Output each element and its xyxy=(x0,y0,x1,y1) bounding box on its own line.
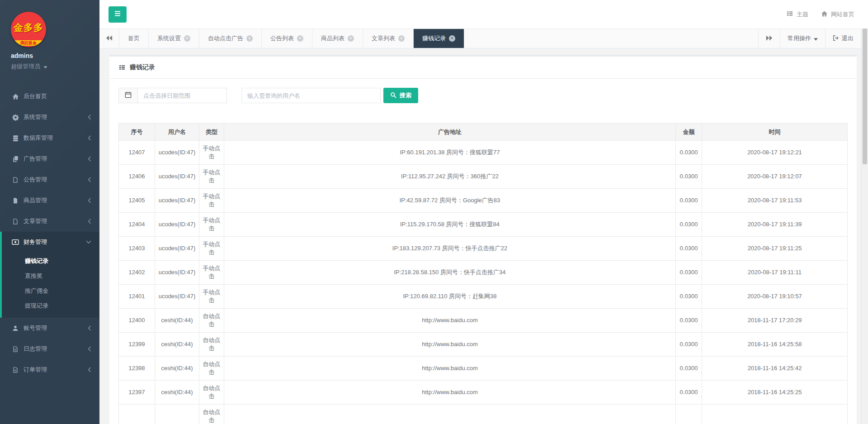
table-header-cell: 金额 xyxy=(676,124,702,141)
logout-button[interactable]: 退出 xyxy=(825,29,861,48)
table-cell: 2020-08-17 19:11:39 xyxy=(702,213,848,237)
table-cell: 0.0300 xyxy=(676,333,702,357)
tab-close-icon[interactable]: × xyxy=(297,35,303,42)
home-icon xyxy=(821,10,828,19)
copy-icon xyxy=(11,156,19,162)
sidebar-subitem[interactable]: 直推奖 xyxy=(2,268,99,283)
table-cell: IP:60.191.201.38 房间号：搜狐联盟77 xyxy=(224,141,676,165)
tab-item[interactable]: 自动点击广告× xyxy=(199,29,262,48)
window-scrollbar[interactable] xyxy=(861,29,868,424)
sidebar-item-label: 后台首页 xyxy=(24,92,47,100)
brand-logo-banner: 疯狂吸金 xyxy=(11,40,46,46)
tab-close-icon[interactable]: × xyxy=(246,35,253,42)
home-icon xyxy=(11,93,19,100)
search-button[interactable]: 搜索 xyxy=(383,88,418,103)
table-cell: ucodes(ID:47) xyxy=(155,213,199,237)
sidebar-subitem[interactable]: 提现记录 xyxy=(2,298,99,313)
sidebar-item-label: 财务管理 xyxy=(24,238,47,246)
common-actions-dropdown[interactable]: 常用操作 xyxy=(780,29,825,48)
user-role-dropdown[interactable]: 超级管理员 xyxy=(11,62,99,71)
tab-item[interactable]: 首页 xyxy=(119,29,149,48)
calendar-addon[interactable] xyxy=(118,88,137,103)
th-list-icon xyxy=(118,64,126,71)
tab-item[interactable]: 文章列表× xyxy=(363,29,414,48)
tab-label: 赚钱记录 xyxy=(422,34,446,43)
table-cell xyxy=(224,405,676,424)
tab-label: 自动点击广告 xyxy=(208,34,243,43)
table-cell: IP:120.69.82.110 房间号：赶集网38 xyxy=(224,285,676,309)
table-cell: 12402 xyxy=(119,261,155,285)
tab-item[interactable]: 商品列表× xyxy=(312,29,363,48)
sidebar-subitem[interactable]: 赚钱记录 xyxy=(2,253,99,268)
sidebar-item-goods[interactable]: 商品管理 xyxy=(0,190,99,211)
tab-close-icon[interactable]: × xyxy=(184,35,190,42)
scrollbar-thumb[interactable] xyxy=(863,29,867,164)
logout-label: 退出 xyxy=(842,34,854,43)
sidebar-toggle-button[interactable] xyxy=(108,6,127,23)
table-cell: ceshi(ID:44) xyxy=(155,381,199,405)
page-root: 金多多 疯狂吸金 admins 超级管理员 后台首页系统管理数据库管理广告管理公… xyxy=(0,0,868,424)
table-cell: 自动点击 xyxy=(199,405,224,424)
chevron-left-icon xyxy=(88,346,91,352)
table-cell: ceshi(ID:44) xyxy=(155,333,199,357)
table-cell: IP:112.95.27.242 房间号：360推广22 xyxy=(224,165,676,189)
table-cell: 0.0300 xyxy=(676,213,702,237)
table-row: 12403ucodes(ID:47)手动点击IP:183.129.207.73 … xyxy=(119,237,848,261)
tab-item[interactable]: 系统设置× xyxy=(149,29,199,48)
sidebar-item-label: 商品管理 xyxy=(24,196,47,205)
brand-logo: 金多多 疯狂吸金 xyxy=(11,12,46,47)
sidebar-item-account[interactable]: 账号管理 xyxy=(0,318,99,338)
sidebar-item-ads[interactable]: 广告管理 xyxy=(0,148,99,169)
tabs-scroll-right-button[interactable] xyxy=(758,29,780,48)
tab-close-icon[interactable]: × xyxy=(348,35,354,42)
table-cell: 12400 xyxy=(119,309,155,333)
table-row: 12397ceshi(ID:44)自动点击http://www.baidu.co… xyxy=(119,381,848,405)
table-row: 12402ucodes(ID:47)手动点击IP:218.28.58.150 房… xyxy=(119,261,848,285)
date-range-input[interactable] xyxy=(137,88,227,103)
site-home-link[interactable]: 网站首页 xyxy=(821,10,854,19)
table-cell: 自动点击 xyxy=(199,381,224,405)
sidebar-subitem[interactable]: 推广佣金 xyxy=(2,283,99,298)
sidebar-item-finance[interactable]: 财务管理 xyxy=(2,232,99,252)
tab-label: 文章列表 xyxy=(372,34,395,43)
table-cell: http://www.baidu.com xyxy=(224,333,676,357)
table-cell: 0.0300 xyxy=(676,381,702,405)
sidebar: 金多多 疯狂吸金 admins 超级管理员 后台首页系统管理数据库管理广告管理公… xyxy=(0,0,99,424)
sidebar-item-dashboard[interactable]: 后台首页 xyxy=(0,86,99,107)
table-header-cell: 用户名 xyxy=(155,124,199,141)
sidebar-item-database[interactable]: 数据库管理 xyxy=(0,128,99,148)
site-home-label: 网站首页 xyxy=(831,10,854,19)
table-cell: ucodes(ID:47) xyxy=(155,165,199,189)
username-search-input[interactable] xyxy=(241,88,381,103)
table-row: 自动点击 xyxy=(119,405,848,424)
tab-close-icon[interactable]: × xyxy=(398,35,405,42)
sidebar-item-log[interactable]: 日志管理 xyxy=(0,338,99,359)
money-icon xyxy=(11,239,19,245)
chevron-left-icon xyxy=(88,325,91,331)
table-header-cell: 时间 xyxy=(702,124,848,141)
date-range-group xyxy=(118,88,227,103)
table-cell: IP:218.28.58.150 房间号：快手点击推广34 xyxy=(224,261,676,285)
theme-button[interactable]: 主题 xyxy=(786,10,808,19)
file-text-icon xyxy=(11,367,19,373)
tab-close-icon[interactable]: × xyxy=(449,35,455,42)
table-cell: ucodes(ID:47) xyxy=(155,285,199,309)
table-cell: 0.0300 xyxy=(676,189,702,213)
sidebar-item-article[interactable]: 文章管理 xyxy=(0,211,99,232)
tab-item[interactable]: 公告列表× xyxy=(262,29,312,48)
sidebar-item-notice[interactable]: 公告管理 xyxy=(0,169,99,190)
table-cell: 手动点击 xyxy=(199,261,224,285)
table-cell: http://www.baidu.com xyxy=(224,309,676,333)
sidebar-item-order[interactable]: 订单管理 xyxy=(0,359,99,380)
tabs: 首页系统设置×自动点击广告×公告列表×商品列表×文章列表×赚钱记录× xyxy=(119,29,464,48)
sidebar-item-label: 公告管理 xyxy=(24,176,47,184)
sidebar-item-system[interactable]: 系统管理 xyxy=(0,107,99,128)
table-cell: 手动点击 xyxy=(199,237,224,261)
tabs-scroll-left-button[interactable] xyxy=(99,29,119,48)
sidebar-item-label: 账号管理 xyxy=(24,324,47,332)
sidebar-item-label: 系统管理 xyxy=(24,113,47,121)
main-column: 主题 网站首页 首页系统设置×自动点击广告×公告列表×商品列表×文章列表×赚钱记… xyxy=(99,0,868,424)
sign-out-icon xyxy=(833,35,839,43)
tab-active[interactable]: 赚钱记录× xyxy=(414,29,464,48)
tab-strip: 首页系统设置×自动点击广告×公告列表×商品列表×文章列表×赚钱记录× 常用操作 … xyxy=(99,29,868,48)
